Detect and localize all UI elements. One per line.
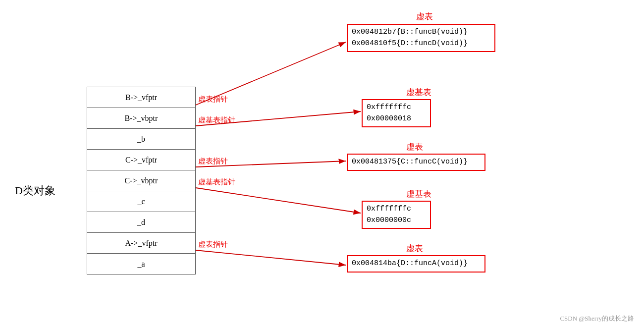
vbtable1-line2: 0x00000018 bbox=[367, 113, 426, 125]
struct-row-7: A->_vfptr bbox=[87, 233, 196, 254]
vtable3-box: 0x004814ba{D::funcA(void)} bbox=[347, 255, 485, 273]
vtable2-box: 0x00481375{C::funcC(void)} bbox=[347, 154, 485, 171]
vbtable2-label: 虚基表 bbox=[406, 188, 431, 200]
vbptr2-label: 虚基表指针 bbox=[198, 177, 235, 187]
vtable1-label: 虚表 bbox=[416, 11, 433, 22]
vfptr3-label: 虚表指针 bbox=[198, 240, 228, 249]
vbtable2-line2: 0x0000000c bbox=[367, 215, 426, 226]
vbtable1-box: 0xfffffffc 0x00000018 bbox=[362, 99, 431, 127]
vtable1-line1: 0x004812b7{B::funcB(void)} bbox=[352, 27, 490, 38]
vbptr1-label: 虚基表指针 bbox=[198, 115, 235, 125]
struct-row-0: B->_vfptr bbox=[87, 87, 196, 108]
struct-row-1: B->_vbptr bbox=[87, 108, 196, 129]
vfptr1-label: 虚表指针 bbox=[198, 95, 228, 104]
struct-row-4: C->_vbptr bbox=[87, 170, 196, 191]
vtable3-line1: 0x004814ba{D::funcA(void)} bbox=[352, 258, 481, 270]
svg-line-5 bbox=[196, 250, 346, 265]
vbtable1-label: 虚基表 bbox=[406, 87, 431, 98]
struct-row-6: _d bbox=[87, 212, 196, 233]
vbtable2-line1: 0xfffffffc bbox=[367, 204, 426, 215]
svg-line-4 bbox=[196, 188, 361, 213]
struct-row-3: C->_vfptr bbox=[87, 150, 196, 170]
struct-row-8: _a bbox=[87, 254, 196, 274]
vtable3-label: 虚表 bbox=[406, 243, 423, 254]
vtable2-line1: 0x00481375{C::funcC(void)} bbox=[352, 157, 481, 168]
vtable1-line2: 0x004810f5{D::funcD(void)} bbox=[352, 38, 490, 50]
vtable1-box: 0x004812b7{B::funcB(void)} 0x004810f5{D:… bbox=[347, 24, 495, 52]
watermark: CSDN @Sherry的成长之路 bbox=[560, 314, 634, 323]
struct-row-5: _c bbox=[87, 191, 196, 212]
d-class-label: D类对象 bbox=[15, 183, 55, 198]
vfptr2-label: 虚表指针 bbox=[198, 157, 228, 166]
vbtable2-box: 0xfffffffc 0x0000000c bbox=[362, 201, 431, 229]
vbtable1-line1: 0xfffffffc bbox=[367, 102, 426, 113]
struct-table: B->_vfptrB->_vbptr_bC->_vfptrC->_vbptr_c… bbox=[87, 87, 196, 274]
struct-row-2: _b bbox=[87, 129, 196, 150]
vtable2-label: 虚表 bbox=[406, 141, 423, 153]
